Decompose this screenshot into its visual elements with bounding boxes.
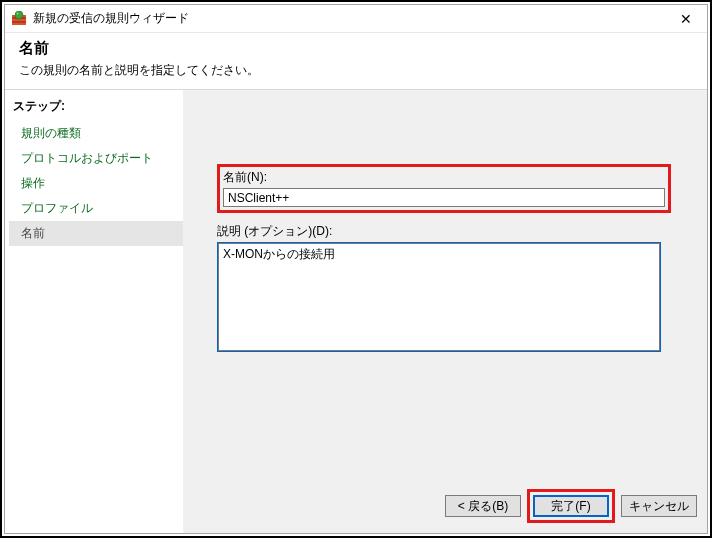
name-group-highlight: 名前(N): (217, 164, 671, 213)
svg-point-5 (17, 12, 19, 14)
main-pane: 名前(N): 説明 (オプション)(D): < 戻る(B) 完了(F) (183, 90, 707, 533)
step-protocol-port[interactable]: プロトコルおよびポート (9, 146, 183, 171)
close-button[interactable]: ✕ (665, 5, 707, 33)
step-name[interactable]: 名前 (9, 221, 183, 246)
description-label: 説明 (オプション)(D): (217, 223, 671, 240)
svg-point-4 (15, 11, 23, 19)
page-description: この規則の名前と説明を指定してください。 (19, 62, 693, 79)
finish-highlight: 完了(F) (527, 489, 615, 523)
titlebar: 新規の受信の規則ウィザード ✕ (5, 5, 707, 33)
step-label: 規則の種類 (21, 126, 81, 140)
step-label: プロトコルおよびポート (21, 151, 153, 165)
step-label: 操作 (21, 176, 45, 190)
step-label: 名前 (21, 226, 45, 240)
step-profile[interactable]: プロファイル (9, 196, 183, 221)
heading-pane: 名前 この規則の名前と説明を指定してください。 (5, 33, 707, 90)
step-action[interactable]: 操作 (9, 171, 183, 196)
page-title: 名前 (19, 39, 693, 58)
svg-rect-3 (12, 23, 26, 25)
firewall-icon (11, 11, 27, 27)
finish-button[interactable]: 完了(F) (533, 495, 609, 517)
back-button[interactable]: < 戻る(B) (445, 495, 521, 517)
titlebar-title: 新規の受信の規則ウィザード (33, 10, 665, 27)
description-focus-ring (217, 242, 661, 352)
step-label: プロファイル (21, 201, 93, 215)
description-group: 説明 (オプション)(D): (217, 223, 671, 352)
button-row: < 戻る(B) 完了(F) キャンセル (445, 489, 697, 523)
wizard-dialog: 新規の受信の規則ウィザード ✕ 名前 この規則の名前と説明を指定してください。 … (4, 4, 708, 534)
name-label: 名前(N): (223, 167, 665, 186)
cancel-button[interactable]: キャンセル (621, 495, 697, 517)
name-input[interactable] (223, 188, 665, 207)
description-input[interactable] (218, 243, 660, 351)
step-heading: ステップ: (9, 94, 183, 121)
form-area: 名前(N): 説明 (オプション)(D): (217, 164, 671, 352)
svg-rect-2 (12, 19, 26, 21)
close-icon: ✕ (680, 11, 692, 27)
step-sidebar: ステップ: 規則の種類 プロトコルおよびポート 操作 プロファイル 名前 (5, 90, 183, 533)
body: ステップ: 規則の種類 プロトコルおよびポート 操作 プロファイル 名前 名前(… (5, 90, 707, 533)
step-rule-type[interactable]: 規則の種類 (9, 121, 183, 146)
